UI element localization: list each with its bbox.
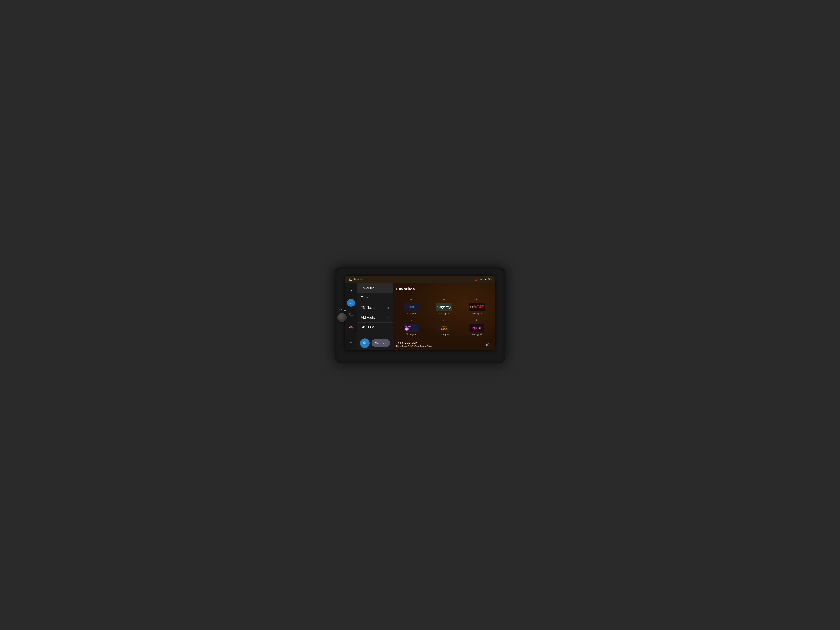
menu-item-tune[interactable]: Tune [357, 293, 393, 303]
favorite-station-3[interactable]: ✦ THEHEAT No signal [462, 297, 492, 315]
nav-icon-car[interactable]: 🚗 [347, 323, 355, 331]
add-icon: ✦ [475, 297, 478, 302]
left-navigation: ◂ ♪ 📞 🚗 ⚙ [345, 283, 357, 351]
menu-list: Favorites Tune FM Radio › AM Radio › Sir [357, 283, 393, 336]
clock-display: 2:00 [485, 277, 492, 281]
left-menu: Favorites Tune FM Radio › AM Radio › Sir [357, 283, 393, 351]
speaker-icon: 🔊 [486, 343, 489, 346]
nav-icon-music[interactable]: ♪ [347, 299, 355, 307]
sidebar-bottom: 🔍 Sources [357, 336, 393, 351]
station-status-4: No signal [406, 333, 417, 336]
favorite-station-5[interactable]: ✦ Classic vinyl No signal [429, 318, 459, 336]
add-icon: ✦ [410, 318, 413, 322]
status-bar: 🚫 ✦ 2:00 [474, 277, 492, 281]
chevron-icon: › [388, 325, 389, 329]
station-logo-smooth: Smooth 1 [404, 324, 418, 332]
menu-item-fm-radio[interactable]: FM Radio › [357, 303, 393, 313]
channel-number: 1 [490, 343, 492, 346]
favorites-grid: ✦ 808 No signal ✦ the highway No signal [396, 297, 492, 336]
add-icon: ✦ [475, 318, 478, 322]
infotainment-screen: 📻 Radio 🚫 ✦ 2:00 ◂ ♪ 📞 🚗 ⚙ [345, 276, 495, 351]
volume-control[interactable]: VOL ⏻ [338, 308, 347, 322]
add-icon: ✦ [442, 318, 445, 322]
title-area: 📻 Radio [348, 277, 363, 281]
favorite-station-2[interactable]: ✦ the highway No signal [429, 297, 459, 315]
screen-body: ◂ ♪ 📞 🚗 ⚙ Favorites Tune FM Radio [345, 283, 495, 351]
song-title: Notorious B.I.G.·One More Chan... [396, 345, 434, 348]
station-status-1: No signal [406, 312, 417, 315]
nav-icon-phone[interactable]: 📞 [347, 311, 355, 319]
screen-title: Radio [354, 277, 363, 281]
menu-item-am-radio[interactable]: AM Radio › [357, 313, 393, 322]
station-logo-highway: the highway [436, 303, 452, 311]
station-logo-pop: POPan [469, 324, 484, 332]
menu-item-favorites[interactable]: Favorites [357, 283, 393, 293]
screen-header: 📻 Radio 🚫 ✦ 2:00 [345, 276, 495, 283]
bluetooth-icon: ✦ [480, 278, 483, 281]
sources-button[interactable]: Sources [372, 339, 390, 347]
now-playing-bar: 101.1·KHYL-HD Notorious B.I.G.·One More … [396, 342, 492, 348]
station-status-6: No signal [472, 333, 482, 336]
favorite-station-1[interactable]: ✦ 808 No signal [396, 297, 426, 315]
favorites-heading: Favorites [396, 287, 492, 292]
nav-icon-settings[interactable]: ⚙ [347, 339, 355, 347]
station-logo-classic-vinyl: Classic vinyl [437, 324, 451, 332]
add-icon: ✦ [442, 297, 445, 302]
chevron-icon: › [388, 306, 389, 309]
station-status-3: No signal [472, 312, 482, 315]
favorite-station-4[interactable]: ✦ Smooth 1 No signal [396, 318, 426, 336]
menu-item-siriusxm[interactable]: SiriusXM › [357, 322, 393, 332]
favorite-station-6[interactable]: ✦ POPan No signal [462, 318, 492, 336]
playing-indicator: 🔊 1 [486, 343, 492, 346]
main-content: Favorites ✦ 808 No signal ✦ the [393, 283, 495, 351]
power-icon: ⏻ [344, 308, 346, 311]
add-icon: ✦ [410, 297, 413, 302]
chevron-icon: › [388, 316, 389, 319]
wifi-off-icon: 🚫 [474, 278, 478, 281]
volume-knob[interactable] [338, 313, 347, 322]
station-logo-boss: 808 [404, 303, 418, 311]
station-status-2: No signal [439, 312, 449, 315]
search-button[interactable]: 🔍 [360, 338, 369, 348]
car-bezel: VOL ⏻ 📻 Radio 🚫 ✦ 2:00 ◂ ♪ 📞 🚗 [335, 267, 505, 363]
station-id: 101.1·KHYL-HD [396, 342, 434, 345]
nav-icon-navigation[interactable]: ◂ [347, 287, 355, 295]
divider [396, 294, 492, 294]
station-status-5: No signal [439, 333, 449, 336]
now-playing-info: 101.1·KHYL-HD Notorious B.I.G.·One More … [396, 342, 434, 348]
station-logo-heat: THEHEAT [469, 303, 485, 311]
vol-label: VOL [338, 308, 343, 311]
search-icon: 🔍 [363, 341, 367, 346]
radio-icon: 📻 [348, 277, 352, 281]
